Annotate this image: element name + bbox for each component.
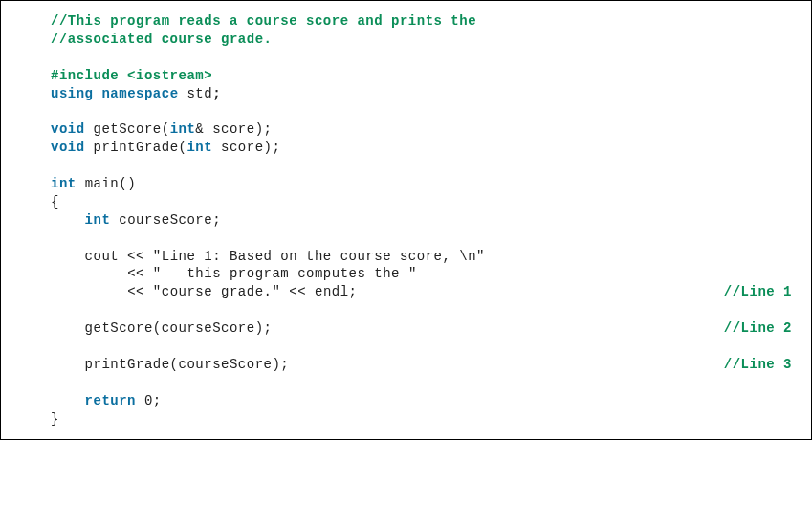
str-line1b: " this program computes the "	[153, 266, 417, 281]
kw-int: int	[51, 176, 77, 191]
preprocessor-include: #include <iostream>	[51, 68, 212, 83]
str-line1c: "course grade."	[153, 284, 281, 299]
id-main-decl: main()	[85, 176, 136, 191]
id-endl: << endl;	[280, 284, 357, 299]
id-lshift1: <<	[127, 266, 153, 281]
comment-header-2: //associated course grade.	[51, 32, 272, 47]
kw-int: int	[85, 212, 111, 228]
str-line1a: "Line 1: Based on the course score, \n"	[153, 249, 485, 264]
id-coursescore-decl: courseScore;	[119, 212, 221, 228]
id-printgrade-call: printGrade(courseScore);	[85, 357, 290, 372]
comment-line-2: //Line 2	[724, 319, 800, 338]
id-std: std	[187, 86, 212, 101]
kw-namespace: namespace	[101, 86, 178, 101]
kw-return: return	[85, 393, 136, 408]
kw-using: using	[51, 86, 94, 101]
id-printgrade-decl: printGrade(	[94, 140, 187, 155]
rbrace: }	[51, 411, 59, 427]
id-lshift2: <<	[127, 284, 153, 299]
kw-int: int	[170, 121, 196, 137]
semicolon: ;	[212, 86, 221, 101]
comment-line-3: //Line 3	[724, 356, 800, 374]
id-cout: cout <<	[85, 249, 153, 264]
kw-int: int	[187, 140, 212, 155]
lit-zero: 0;	[136, 393, 162, 408]
kw-void: void	[51, 121, 85, 137]
comment-header-1: //This program reads a course score and …	[51, 13, 476, 29]
id-getscore-decl: getScore(	[94, 121, 170, 137]
code-block: //This program reads a course score and …	[0, 0, 812, 440]
comment-line-1: //Line 1	[724, 283, 800, 301]
id-amp-score: & score);	[195, 121, 272, 137]
id-score-paren: score);	[221, 140, 280, 155]
lbrace: {	[51, 194, 59, 209]
id-getscore-call: getScore(courseScore);	[85, 320, 273, 336]
kw-void: void	[51, 140, 85, 155]
